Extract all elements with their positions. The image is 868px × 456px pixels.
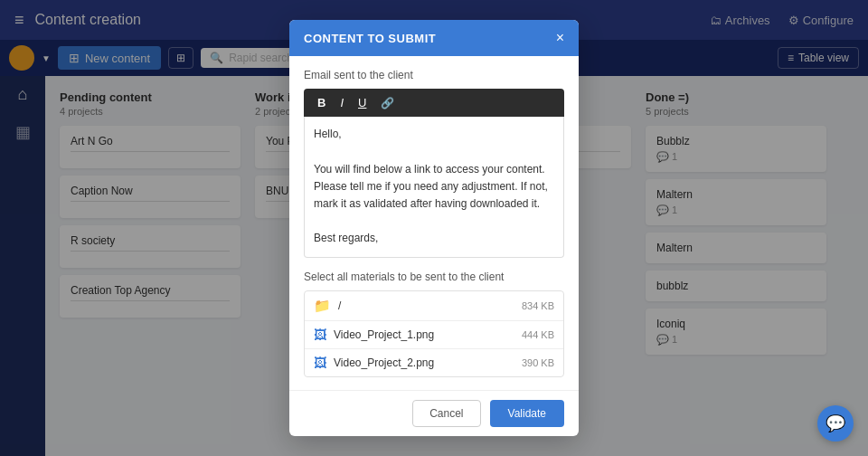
file-name-2: Video_Project_2.png [334,356,514,369]
files-section: Select all materials to be sent to the c… [304,271,564,377]
file-icon-2: 🖼 [314,356,326,370]
email-sign-off: Best regards, [314,230,554,247]
file-row-folder[interactable]: 📁 / 834 KB [305,291,563,321]
folder-icon: 📁 [314,298,331,314]
file-list: 📁 / 834 KB 🖼 Video_Project_1.png 444 KB … [304,290,564,377]
file-icon-1: 🖼 [314,328,326,342]
modal-content-to-submit: CONTENT TO SUBMIT × Email sent to the cl… [289,20,579,435]
folder-size: 834 KB [522,300,554,311]
folder-name: / [338,299,514,312]
underline-button[interactable]: U [354,94,371,111]
file-size-2: 390 KB [522,357,554,368]
chat-icon: 💬 [826,413,845,433]
modal-header: CONTENT TO SUBMIT × [289,20,579,56]
email-editor[interactable]: Hello, You will find below a link to acc… [304,117,564,257]
modal-body: Email sent to the client B I U 🔗 Hello, … [289,56,579,389]
link-button[interactable]: 🔗 [376,94,399,111]
file-size-1: 444 KB [522,329,554,340]
modal-overlay[interactable]: CONTENT TO SUBMIT × Email sent to the cl… [0,0,868,456]
cancel-button[interactable]: Cancel [412,400,480,427]
bold-button[interactable]: B [313,94,330,111]
file-row-1[interactable]: 🖼 Video_Project_1.png 444 KB [305,321,563,349]
email-body-text: You will find below a link to access you… [314,161,554,214]
modal-title: CONTENT TO SUBMIT [304,32,436,45]
file-name-1: Video_Project_1.png [334,328,514,341]
validate-button[interactable]: Validate [490,400,564,427]
files-section-label: Select all materials to be sent to the c… [304,271,564,283]
italic-button[interactable]: I [335,94,348,111]
chat-bubble[interactable]: 💬 [817,405,854,442]
modal-footer: Cancel Validate [289,390,579,436]
modal-close-button[interactable]: × [556,31,564,45]
editor-toolbar: B I U 🔗 [304,89,564,117]
email-greeting: Hello, [314,126,554,143]
file-row-2[interactable]: 🖼 Video_Project_2.png 390 KB [305,349,563,376]
email-section-label: Email sent to the client [304,69,564,81]
